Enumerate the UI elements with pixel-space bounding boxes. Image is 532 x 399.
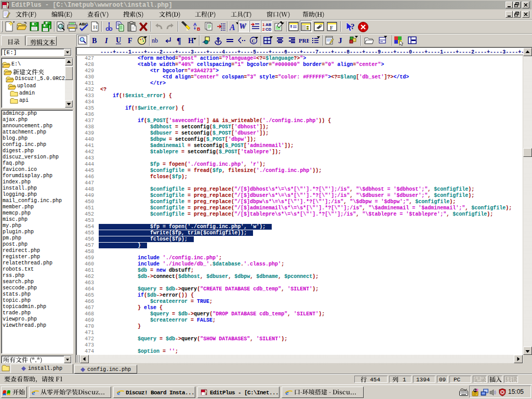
svg-text:¶: ¶ <box>177 36 181 45</box>
svg-text:F: F <box>330 25 333 31</box>
svg-text:U: U <box>116 36 121 44</box>
svg-text:?: ? <box>351 22 355 31</box>
svg-text:H: H <box>188 37 194 45</box>
svg-text:F: F <box>128 37 132 45</box>
svg-text:C: C <box>252 38 256 44</box>
svg-text:I: I <box>104 37 108 45</box>
svg-text:PRE: PRE <box>299 37 309 44</box>
svg-text:B: B <box>92 37 97 45</box>
svg-text:H: H <box>93 24 98 30</box>
svg-text:A: A <box>193 22 197 27</box>
svg-text:CD: CD <box>265 27 271 31</box>
svg-text:A: A <box>229 23 235 32</box>
svg-text:1: 1 <box>262 22 265 27</box>
svg-text:2: 2 <box>262 27 265 31</box>
svg-text:B: B <box>197 26 201 32</box>
svg-text:J: J <box>338 36 342 45</box>
svg-text:nb: nb <box>152 37 158 44</box>
svg-text:W: W <box>240 22 247 30</box>
svg-text:AB: AB <box>265 22 271 27</box>
